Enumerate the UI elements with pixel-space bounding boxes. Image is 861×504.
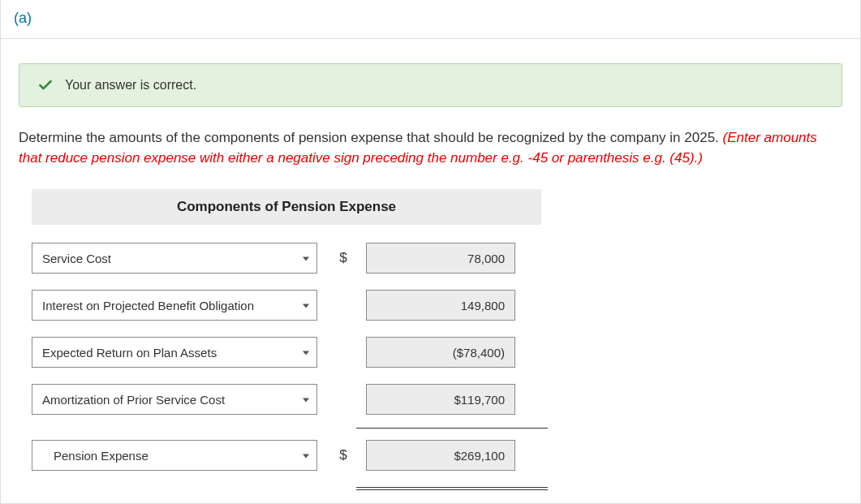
table-row: Service Cost $ <box>32 243 842 274</box>
total-row: Pension Expense $ <box>32 440 842 471</box>
question-content: Your answer is correct. Determine the am… <box>1 63 860 490</box>
check-icon <box>37 77 54 93</box>
feedback-text: Your answer is correct. <box>65 78 196 93</box>
question-card: (a) Your answer is correct. Determine th… <box>0 0 861 504</box>
component-select[interactable]: Amortization of Prior Service Cost <box>32 384 317 415</box>
table-row: Amortization of Prior Service Cost <box>32 384 842 415</box>
amount-input[interactable] <box>366 243 515 274</box>
component-select[interactable]: Interest on Projected Benefit Obligation <box>32 290 317 321</box>
total-double-rule <box>356 487 548 490</box>
amount-input[interactable] <box>366 337 515 368</box>
pension-table: Components of Pension Expense Service Co… <box>19 189 842 490</box>
table-header: Components of Pension Expense <box>32 189 541 225</box>
subtotal-rule <box>356 428 548 429</box>
amount-input[interactable] <box>366 290 515 321</box>
question-prompt: Determine the amounts of the components … <box>19 128 842 168</box>
total-input[interactable] <box>366 440 515 471</box>
feedback-banner: Your answer is correct. <box>19 63 842 107</box>
total-select[interactable]: Pension Expense <box>32 440 317 471</box>
component-select[interactable]: Service Cost <box>32 243 317 274</box>
table-row: Interest on Projected Benefit Obligation <box>32 290 842 321</box>
amount-input[interactable] <box>366 384 515 415</box>
component-select[interactable]: Expected Return on Plan Assets <box>32 337 317 368</box>
dollar-sign: $ <box>329 250 358 266</box>
prompt-main: Determine the amounts of the components … <box>19 130 723 145</box>
part-label: (a) <box>1 0 860 39</box>
dollar-sign: $ <box>329 447 358 463</box>
table-row: Expected Return on Plan Assets <box>32 337 842 368</box>
